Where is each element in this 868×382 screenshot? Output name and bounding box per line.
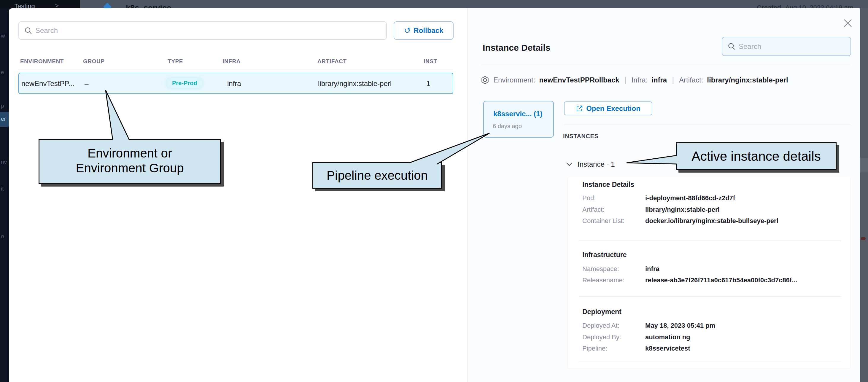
field-value: library/nginx:stable-perl — [645, 206, 720, 214]
sidebar-text-fragment: it — [1, 186, 4, 192]
open-execution-button[interactable]: Open Execution — [564, 101, 652, 115]
field-value: release-ab3e7f26f711a0c617b54ea00f0c3d7c… — [645, 277, 797, 284]
section-title: Instance Details — [582, 181, 634, 189]
instance-expander[interactable]: Instance - 1 — [566, 160, 615, 168]
execution-time: 6 days ago — [493, 123, 522, 130]
panel-title: Instance Details — [483, 43, 550, 53]
instances-section-label: INSTANCES — [563, 133, 598, 140]
deployment-summary: Environment: newEnvTestPPRollback | Infr… — [480, 75, 788, 85]
artifact-label: Artifact: — [679, 76, 703, 84]
chevron-down-icon — [566, 162, 572, 166]
rollback-label: Rollback — [413, 26, 443, 35]
instances-search[interactable] — [722, 37, 851, 56]
field-value: May 18, 2023 05:41 pm — [645, 322, 715, 329]
search-icon — [24, 27, 32, 35]
created-value: Aug 10, 2022 04:19 am — [785, 4, 853, 8]
panel-header-divider — [480, 65, 851, 65]
instance-detail-card: Instance Details Pod:i-deployment-88fd66… — [567, 177, 851, 369]
created-label: Created — [757, 4, 781, 8]
background-left-sidebar: w e p er nv it o — [0, 8, 9, 382]
section-title: Infrastructure — [582, 251, 627, 259]
background-right-edge — [860, 8, 868, 382]
sidebar-text-fragment: p — [1, 103, 4, 109]
background-right-block — [860, 158, 868, 172]
separator: | — [672, 75, 674, 85]
field-label: Deployed By: — [582, 333, 621, 341]
breadcrumb-chevron-icon: > — [55, 2, 59, 8]
sidebar-text-fragment: er — [1, 116, 6, 122]
preprod-badge: Pre-Prod — [167, 78, 202, 88]
section-divider — [579, 240, 841, 241]
created-timestamp: CreatedAug 10, 2022 04:19 am — [757, 4, 853, 8]
field-value: i-deployment-88fd66cd-z2d7f — [645, 194, 735, 202]
section-divider — [579, 296, 841, 297]
field-label: Artifact: — [582, 206, 604, 214]
col-header-infra: INFRA — [222, 58, 241, 65]
executions-divider — [564, 125, 851, 125]
sidebar-text-fragment: o — [1, 233, 4, 240]
sidebar-text-fragment: w — [1, 33, 5, 39]
section-divider — [579, 361, 841, 362]
cell-group: – — [85, 79, 88, 88]
field-label: Pod: — [582, 194, 596, 202]
field-value: infra — [645, 265, 659, 273]
cell-artifact: library/nginx:stable-perl — [318, 79, 392, 88]
background-top-bar: Testing > k8s_service CreatedAug 10, 202… — [0, 0, 868, 8]
background-nav-zone — [0, 0, 80, 8]
field-label: Namespace: — [582, 265, 619, 273]
service-title: k8s_service — [126, 4, 171, 8]
instance-details-panel: Instance Details Environment: newEnvTest… — [467, 8, 860, 382]
col-header-artifact: ARTIFACT — [317, 58, 347, 65]
sidebar-text-fragment: nv — [1, 159, 7, 165]
sidebar-text-fragment: e — [1, 69, 4, 76]
col-header-type: TYPE — [167, 58, 183, 65]
service-instances-modal: ↺ Rollback ENVIRONMENT GROUP TYPE INFRA … — [9, 8, 860, 382]
field-label: Deployed At: — [582, 322, 619, 329]
environments-icon — [480, 76, 490, 85]
col-header-group: GROUP — [83, 58, 105, 65]
field-label: Releasename: — [582, 277, 624, 284]
close-icon[interactable] — [842, 17, 854, 29]
environments-search[interactable] — [19, 21, 387, 40]
field-label: Pipeline: — [582, 345, 607, 352]
pipeline-execution-card[interactable]: k8sservic... (1) 6 days ago — [483, 101, 554, 138]
artifact-value: library/nginx:stable-perl — [707, 76, 788, 84]
search-icon — [728, 42, 736, 51]
callout-active-instance: Active instance details — [676, 142, 837, 170]
col-header-inst: INST — [424, 58, 437, 65]
col-header-environment: ENVIRONMENT — [20, 58, 64, 65]
search-input[interactable] — [35, 26, 386, 35]
rollback-button[interactable]: ↺ Rollback — [394, 21, 454, 40]
background-right-dot — [861, 237, 866, 240]
field-label: Container List: — [582, 217, 624, 225]
cell-inst: 1 — [426, 79, 430, 88]
callout-text-line1: Environment or — [39, 146, 220, 161]
instance-title: Instance - 1 — [578, 160, 615, 168]
search-input[interactable] — [739, 42, 850, 51]
field-value: automation ng — [645, 333, 690, 341]
field-value: docker.io/library/nginx:stable-bullseye-… — [645, 217, 778, 225]
table-header-divider — [19, 69, 453, 69]
section-title: Deployment — [582, 308, 621, 316]
environment-value: newEnvTestPPRollback — [539, 76, 619, 84]
rollback-icon: ↺ — [404, 27, 411, 35]
execution-name: k8sservic... (1) — [493, 110, 542, 118]
service-cube-icon — [103, 3, 112, 8]
callout-pipeline-execution: Pipeline execution — [312, 162, 442, 189]
cell-environment: newEnvTestPP... — [21, 79, 74, 88]
environment-label: Environment: — [493, 76, 535, 84]
breadcrumb: Testing — [14, 2, 35, 8]
callout-text-line2: Environment Group — [39, 161, 220, 176]
screen: Testing > k8s_service CreatedAug 10, 202… — [0, 0, 868, 382]
infra-label: Infra: — [631, 76, 648, 84]
environment-table-row[interactable]: newEnvTestPP... – Pre-Prod infra library… — [19, 73, 453, 94]
callout-environment: Environment or Environment Group — [38, 139, 221, 184]
separator: | — [624, 75, 626, 85]
launch-icon — [576, 105, 583, 112]
open-execution-label: Open Execution — [586, 104, 641, 113]
field-value: k8sservicetest — [645, 345, 690, 352]
cell-infra: infra — [227, 79, 241, 88]
infra-value: infra — [651, 76, 667, 84]
